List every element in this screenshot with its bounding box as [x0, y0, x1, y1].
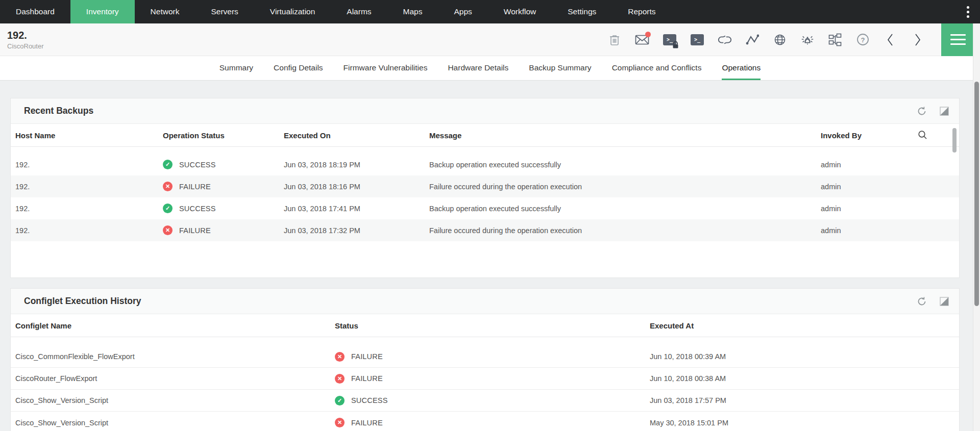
workflow-diagram-icon[interactable]: [828, 33, 842, 47]
message: Failure occured during the operation exe…: [425, 226, 816, 235]
tab-hardware-details[interactable]: Hardware Details: [448, 56, 508, 80]
recent-backups-title: Recent Backups: [24, 106, 93, 116]
nav-item-maps[interactable]: Maps: [387, 0, 438, 23]
svg-text:?: ?: [861, 36, 865, 44]
status-label: FAILURE: [179, 226, 211, 235]
delete-icon[interactable]: [607, 33, 622, 47]
nav-item-servers[interactable]: Servers: [195, 0, 254, 23]
executed-on: Jun 03, 2018 17:41 PM: [279, 205, 425, 213]
host-name: 192.: [11, 183, 158, 191]
mail-unread-dot: [645, 32, 651, 37]
terminal-icon[interactable]: >_: [690, 33, 704, 47]
table-row[interactable]: 192. ✓SUCCESS Jun 03, 2018 18:19 PM Back…: [11, 154, 959, 175]
table-row[interactable]: 192. ✕FAILURE Jun 03, 2018 18:16 PM Fail…: [11, 175, 959, 197]
status-label: FAILURE: [351, 419, 383, 427]
status-label: SUCCESS: [179, 161, 216, 169]
mail-notification-icon[interactable]: [635, 33, 649, 47]
executed-at: Jun 10, 2018 00:38 AM: [645, 374, 959, 383]
configlet-name: Cisco_CommonFlexible_FlowExport: [11, 352, 330, 361]
expand-icon[interactable]: [939, 106, 950, 117]
top-nav: Dashboard Inventory Network Servers Virt…: [0, 0, 980, 23]
globe-icon[interactable]: [773, 33, 787, 47]
status-label: FAILURE: [351, 352, 383, 361]
nav-item-workflow[interactable]: Workflow: [488, 0, 552, 23]
device-header: 192. CiscoRouter >_: [0, 23, 980, 56]
device-toolbar: >_ >_: [607, 23, 980, 56]
nav-item-network[interactable]: Network: [135, 0, 195, 23]
alarm-bell-icon[interactable]: [800, 33, 815, 47]
status-label: SUCCESS: [179, 205, 216, 213]
success-icon: ✓: [163, 160, 173, 169]
next-device-icon[interactable]: [911, 33, 925, 47]
col-status: Status: [330, 321, 645, 330]
status-label: SUCCESS: [351, 396, 388, 404]
tab-compliance-and-conflicts[interactable]: Compliance and Conflicts: [612, 56, 702, 80]
link-chain-icon[interactable]: [718, 33, 732, 47]
executed-at: Jun 03, 2018 17:57 PM: [645, 396, 959, 404]
menu-hamburger-button[interactable]: [941, 23, 975, 56]
col-executed-at: Executed At: [645, 321, 959, 330]
configlet-name: Cisco_Show_Version_Script: [11, 419, 330, 427]
nav-spacer: [672, 0, 955, 23]
tab-operations[interactable]: Operations: [722, 56, 761, 80]
tab-config-details[interactable]: Config Details: [274, 56, 323, 80]
nav-item-inventory[interactable]: Inventory: [70, 0, 135, 23]
invoked-by: admin: [816, 161, 959, 169]
failure-icon: ✕: [335, 352, 345, 362]
configlet-history-header: Configlet Execution History: [11, 289, 959, 314]
table-search-icon[interactable]: [913, 130, 927, 142]
table-scrollbar-thumb[interactable]: [952, 128, 957, 153]
message: Failure occured during the operation exe…: [425, 183, 816, 191]
table-row[interactable]: CiscoRouter_FlowExport ✕FAILURE Jun 10, …: [11, 368, 959, 390]
col-configlet-name: Configlet Name: [11, 321, 330, 330]
lock-icon: [672, 41, 679, 48]
message: Backup operation executed successfully: [425, 205, 816, 213]
table-row[interactable]: 192. ✕FAILURE Jun 03, 2018 17:32 PM Fail…: [11, 219, 959, 241]
table-row[interactable]: Cisco_CommonFlexible_FlowExport ✕FAILURE…: [11, 346, 959, 368]
configlet-history-title: Configlet Execution History: [24, 296, 141, 307]
tab-summary[interactable]: Summary: [219, 56, 253, 80]
page: Dashboard Inventory Network Servers Virt…: [0, 0, 980, 431]
table-row[interactable]: Cisco_Show_Version_Script ✓SUCCESS Jun 0…: [11, 390, 959, 412]
overflow-menu-icon[interactable]: [955, 0, 980, 23]
recent-backups-header: Recent Backups: [11, 98, 959, 124]
device-subtitle: CiscoRouter: [7, 42, 44, 50]
invoked-by: admin: [816, 205, 959, 213]
page-scrollbar[interactable]: [973, 23, 980, 431]
nav-item-reports[interactable]: Reports: [612, 0, 671, 23]
executed-at: May 30, 2018 15:01 PM: [645, 419, 959, 427]
host-name: 192.: [11, 205, 158, 213]
refresh-icon[interactable]: [916, 296, 927, 307]
nav-item-alarms[interactable]: Alarms: [331, 0, 387, 23]
configlet-table-header: Configlet Name Status Executed At: [11, 314, 959, 337]
status-label: FAILURE: [179, 183, 211, 191]
table-row[interactable]: 192. ✓SUCCESS Jun 03, 2018 17:41 PM Back…: [11, 197, 959, 219]
table-row[interactable]: Cisco_Show_Version_Script ✕FAILURE May 3…: [11, 412, 959, 431]
col-message: Message: [425, 131, 816, 140]
message: Backup operation executed successfully: [425, 161, 816, 169]
executed-at: Jun 10, 2018 00:39 AM: [645, 352, 959, 361]
host-name: 192.: [11, 226, 158, 235]
nav-item-apps[interactable]: Apps: [438, 0, 487, 23]
page-scrollbar-thumb[interactable]: [974, 82, 979, 306]
nav-item-settings[interactable]: Settings: [552, 0, 612, 23]
nav-item-dashboard[interactable]: Dashboard: [0, 0, 70, 23]
invoked-by: admin: [816, 226, 959, 235]
configlet-history-panel: Configlet Execution History: [10, 288, 960, 431]
terminal-lock-icon[interactable]: >_: [663, 33, 677, 47]
expand-icon[interactable]: [939, 296, 950, 307]
nav-item-virtualization[interactable]: Virtualization: [254, 0, 331, 23]
help-icon[interactable]: ?: [855, 33, 870, 47]
tab-firmware-vulnerabilities[interactable]: Firmware Vulnerabilities: [344, 56, 428, 80]
col-invoked-by: Invoked By: [816, 131, 959, 140]
failure-icon: ✕: [163, 182, 173, 191]
device-title: 192.: [7, 29, 44, 42]
failure-icon: ✕: [335, 418, 345, 427]
executed-on: Jun 03, 2018 17:32 PM: [279, 226, 425, 235]
line-graph-icon[interactable]: [745, 33, 760, 47]
refresh-icon[interactable]: [916, 106, 927, 117]
success-icon: ✓: [163, 204, 173, 213]
previous-device-icon[interactable]: [883, 33, 897, 47]
host-name: 192.: [11, 161, 158, 169]
tab-backup-summary[interactable]: Backup Summary: [529, 56, 591, 80]
